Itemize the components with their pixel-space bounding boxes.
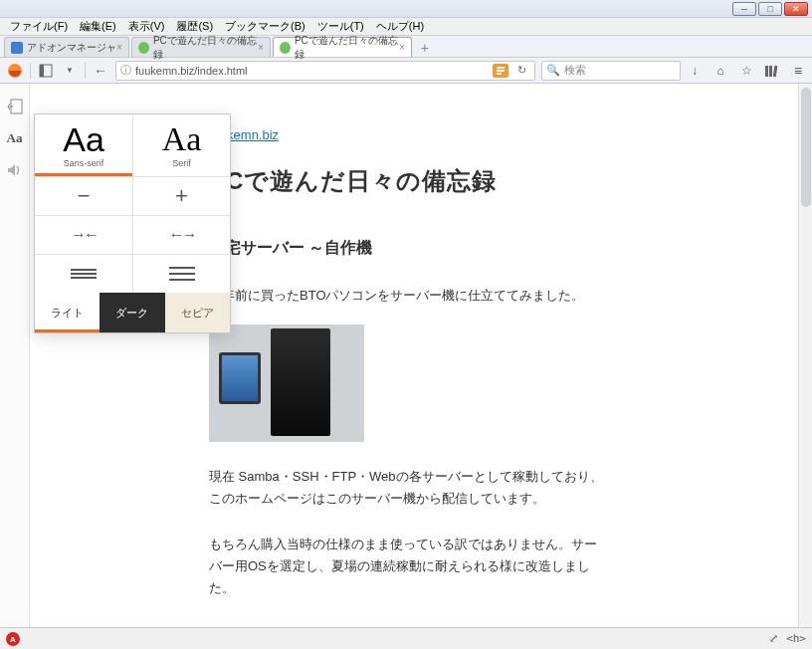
tab-favicon-1	[138, 42, 149, 54]
back-button[interactable]: ←	[92, 62, 109, 80]
widen-icon: ←→	[169, 226, 195, 244]
theme-light[interactable]: ライト	[35, 293, 100, 332]
scrollbar[interactable]	[798, 84, 812, 627]
close-button[interactable]: ✕	[784, 2, 808, 16]
serif-label: Serif	[172, 158, 191, 168]
tab-close-1[interactable]: ×	[258, 42, 264, 53]
tab-title-0: アドオンマネージャ	[27, 41, 116, 55]
reader-mode-icon[interactable]	[493, 64, 508, 78]
font-sans-option[interactable]: Aa Sans-serif	[35, 114, 132, 176]
expand-arrows-icon[interactable]: ⤢	[769, 632, 778, 645]
searchbar[interactable]: 🔍 検索	[541, 61, 681, 81]
minus-icon: −	[78, 185, 91, 207]
svg-rect-6	[765, 66, 768, 77]
tight-lines-icon	[71, 267, 97, 281]
identity-icon[interactable]: ⓘ	[120, 63, 131, 78]
hamburger-menu-icon[interactable]: ≡	[790, 63, 806, 79]
back-to-page-icon[interactable]	[6, 98, 24, 115]
font-size-increase[interactable]: +	[132, 177, 230, 215]
loose-lines-icon	[169, 263, 195, 285]
menu-edit[interactable]: 編集(E)	[74, 19, 122, 34]
tab-close-2[interactable]: ×	[399, 42, 405, 53]
downloads-icon[interactable]: ↓	[687, 64, 703, 78]
line-height-decrease[interactable]	[35, 255, 132, 293]
menu-tools[interactable]: ツール(T)	[311, 19, 370, 34]
theme-row: ライト ダーク セピア	[35, 293, 230, 332]
tab-title-1: PCで遊んだ日々の備忘録	[153, 34, 258, 62]
sans-sample-icon: Aa	[63, 122, 104, 156]
font-size-decrease[interactable]: −	[35, 177, 132, 215]
menu-history[interactable]: 履歴(S)	[170, 19, 219, 34]
menu-help[interactable]: ヘルプ(H)	[370, 19, 430, 34]
tab-1[interactable]: PCで遊んだ日々の備忘録 ×	[131, 37, 271, 57]
tab-2[interactable]: PCで遊んだ日々の備忘録 ×	[273, 37, 412, 57]
menu-file[interactable]: ファイル(F)	[4, 19, 74, 34]
search-placeholder: 検索	[564, 63, 586, 78]
tab-close-0[interactable]: ×	[116, 42, 122, 53]
narrate-icon[interactable]	[6, 161, 24, 179]
scrollbar-thumb[interactable]	[801, 88, 811, 207]
line-height-increase[interactable]	[132, 255, 230, 293]
article-heading: 自宅サーバー ～自作機	[209, 234, 607, 261]
home-icon[interactable]: ⌂	[712, 64, 728, 78]
article: fuukemn.biz PCで遊んだ日々の備忘録 自宅サーバー ～自作機 数年前…	[209, 123, 607, 599]
article-photo	[209, 324, 364, 442]
separator	[30, 63, 31, 79]
status-left: A	[6, 631, 20, 647]
article-title: PCで遊んだ日々の備忘録	[209, 161, 607, 202]
menu-view[interactable]: 表示(V)	[122, 19, 171, 34]
theme-sepia[interactable]: セピア	[165, 293, 230, 332]
theme-dark[interactable]: ダーク	[100, 293, 164, 332]
firefox-logo-icon[interactable]	[6, 62, 24, 80]
article-paragraph-1: 数年前に買ったBTOパソコンをサーバー機に仕立ててみました。	[209, 285, 607, 307]
adblock-icon[interactable]: A	[6, 632, 20, 646]
tab-favicon-0	[11, 42, 23, 54]
search-icon: 🔍	[546, 64, 560, 77]
plus-icon: +	[175, 185, 188, 207]
bookmark-star-icon[interactable]: ☆	[738, 64, 754, 78]
url-text: fuukemn.biz/index.html	[135, 65, 248, 77]
navbar: ▼ ← ⓘ fuukemn.biz/index.html ↻ 🔍 検索 ↓ ⌂ …	[0, 58, 812, 84]
svg-rect-7	[769, 66, 772, 77]
sans-label: Sans-serif	[64, 158, 104, 168]
reader-settings-popover: Aa Sans-serif Aa Serif − + →← ←→	[34, 113, 231, 333]
serif-sample-icon: Aa	[162, 122, 202, 156]
tab-favicon-2	[280, 42, 291, 54]
window-titlebar: ─ □ ✕	[0, 0, 812, 18]
maximize-button[interactable]: □	[758, 2, 782, 16]
menu-dropdown-icon[interactable]: ▼	[61, 62, 79, 80]
svg-rect-8	[773, 65, 778, 76]
new-tab-button[interactable]: +	[414, 39, 436, 57]
status-right: ⤢ <h>	[769, 632, 806, 645]
tag-indicator: <h>	[786, 632, 806, 645]
sidebar-toggle-icon[interactable]	[37, 62, 55, 80]
svg-rect-3	[497, 67, 505, 69]
urlbar[interactable]: ⓘ fuukemn.biz/index.html ↻	[115, 61, 535, 81]
toolbar-right-icons: ↓ ⌂ ☆ ≡	[687, 63, 806, 79]
svg-rect-2	[40, 65, 44, 77]
tab-0[interactable]: アドオンマネージャ ×	[4, 37, 129, 57]
tab-title-2: PCで遊んだ日々の備忘録	[295, 34, 399, 62]
article-paragraph-2: 現在 Samba・SSH・FTP・Webの各サーバーとして稼動しており、このホー…	[209, 466, 607, 510]
reader-sidebar: Aa	[0, 84, 30, 627]
statusbar: A ⤢ <h>	[0, 627, 812, 649]
library-icon[interactable]	[764, 64, 780, 78]
content-width-decrease[interactable]: →←	[35, 216, 132, 254]
window-buttons: ─ □ ✕	[732, 2, 812, 16]
type-settings-icon[interactable]: Aa	[6, 129, 24, 147]
narrow-icon: →←	[71, 226, 97, 244]
menubar: ファイル(F) 編集(E) 表示(V) 履歴(S) ブックマーク(B) ツール(…	[0, 18, 812, 36]
menu-bookmarks[interactable]: ブックマーク(B)	[219, 19, 311, 34]
separator	[85, 63, 86, 79]
font-serif-option[interactable]: Aa Serif	[132, 114, 230, 176]
reload-button[interactable]: ↻	[512, 62, 530, 80]
article-paragraph-3: もちろん購入当時の仕様のまま使っている訳ではありません。サーバー用OSを選定し、…	[209, 534, 607, 599]
tabbar: アドオンマネージャ × PCで遊んだ日々の備忘録 × PCで遊んだ日々の備忘録 …	[0, 36, 812, 58]
svg-rect-5	[497, 73, 502, 75]
minimize-button[interactable]: ─	[732, 2, 756, 16]
content-width-increase[interactable]: ←→	[132, 216, 230, 254]
svg-rect-4	[497, 70, 505, 72]
